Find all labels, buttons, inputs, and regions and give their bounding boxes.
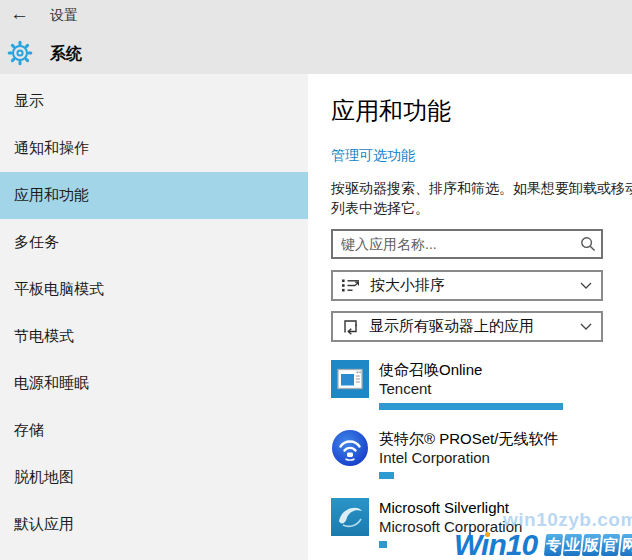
sidebar-item-notifications[interactable]: 通知和操作	[0, 125, 308, 172]
app-name: 英特尔® PROSet/无线软件	[379, 429, 558, 448]
app-size-bar	[379, 472, 394, 479]
watermark-badge: 网	[620, 534, 632, 556]
app-row-intel-proset[interactable]: 英特尔® PROSet/无线软件 Intel Corporation	[331, 429, 631, 479]
settings-gear-icon	[7, 40, 33, 70]
sidebar-item-apps-features[interactable]: 应用和功能	[0, 172, 308, 219]
chevron-down-icon	[580, 282, 592, 290]
app-title: 设置	[50, 7, 78, 25]
drive-dropdown-label: 显示所有驱动器上的应用	[369, 317, 534, 336]
sort-dropdown-label: 按大小排序	[370, 276, 445, 295]
app-row-callofduty[interactable]: 使命召唤Online Tencent	[331, 360, 631, 410]
sidebar-item-display[interactable]: 显示	[0, 78, 308, 125]
app-size-bar	[379, 403, 563, 410]
show-drives-dropdown[interactable]: 显示所有驱动器上的应用	[331, 311, 603, 342]
back-arrow-icon: ←	[10, 3, 29, 24]
sort-by-size-dropdown[interactable]: 按大小排序	[331, 270, 603, 301]
chevron-down-icon	[580, 323, 592, 331]
sidebar-item-offline-maps[interactable]: 脱机地图	[0, 454, 308, 501]
header-band: ← 设置 系统	[0, 0, 632, 74]
intel-wireless-app-icon	[331, 429, 369, 467]
app-name: 使命召唤Online	[379, 360, 563, 379]
watermark-badge: 业	[563, 534, 582, 556]
sort-icon	[342, 278, 361, 293]
sidebar-item-default-apps[interactable]: 默认应用	[0, 501, 308, 548]
sidebar-item-storage[interactable]: 存储	[0, 407, 308, 454]
watermark-orange-dot	[485, 532, 490, 537]
settings-sidebar: 显示 通知和操作 应用和功能 多任务 平板电脑模式 节电模式 电源和睡眠 存储 …	[0, 74, 308, 560]
manage-optional-features-link[interactable]: 管理可选功能	[331, 147, 415, 165]
watermark-badge: 官	[601, 534, 620, 556]
search-icon[interactable]	[575, 236, 601, 252]
app-search-box[interactable]	[331, 229, 603, 259]
app-publisher: Tencent	[379, 379, 563, 399]
app-size-bar	[379, 541, 387, 548]
watermark-win10-text: Win10	[454, 528, 543, 560]
sidebar-item-tablet-mode[interactable]: 平板电脑模式	[0, 266, 308, 313]
app-publisher: Intel Corporation	[379, 448, 558, 468]
watermark-badge: 专	[544, 534, 563, 556]
watermark-logo: Win10 专 业 版 官 网	[454, 528, 632, 560]
silverlight-app-icon	[331, 498, 369, 536]
drive-filter-icon	[342, 318, 360, 336]
sidebar-item-battery-saver[interactable]: 节电模式	[0, 313, 308, 360]
watermark-badge: 版	[582, 534, 601, 556]
app-name: Microsoft Silverlight	[379, 498, 522, 517]
panel-title: 应用和功能	[331, 95, 451, 127]
apps-features-panel: 应用和功能 管理可选功能 按驱动器搜索、排序和筛选。如果想要卸载或移动某个应用，…	[308, 74, 632, 560]
page-title-system: 系统	[50, 44, 82, 65]
description-line2: 列表中选择它。	[331, 200, 429, 218]
sidebar-item-power-sleep[interactable]: 电源和睡眠	[0, 360, 308, 407]
callofduty-online-app-icon	[331, 360, 369, 398]
sidebar-item-multitasking[interactable]: 多任务	[0, 219, 308, 266]
description-line1: 按驱动器搜索、排序和筛选。如果想要卸载或移动某个应用，请从	[331, 180, 632, 198]
back-button[interactable]: ←	[10, 2, 29, 26]
app-search-input[interactable]	[333, 231, 575, 257]
